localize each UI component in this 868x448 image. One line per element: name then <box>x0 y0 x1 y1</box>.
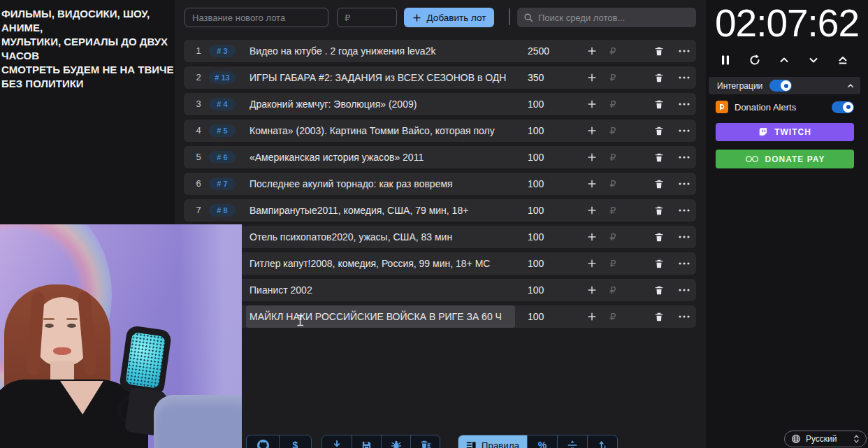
github-button[interactable] <box>247 435 279 448</box>
lot-title: ИГРЫ ГАБАРА #2: ЗАДАНИЯ из ВСЕХ СЕЗОНОВ … <box>249 66 514 89</box>
ruble-icon: ₽ <box>610 258 616 269</box>
percent-button[interactable]: % <box>527 435 557 448</box>
lot-row[interactable]: 4 # 5 Комната» (2003). Картина Томми Вай… <box>184 120 696 142</box>
lot-row[interactable]: 6 # 7 Последнее акулий торнадо: как раз … <box>184 173 696 195</box>
lot-row[interactable]: Отель психопатов2020, ужасы, США, 83 мин… <box>184 226 696 248</box>
sort-button[interactable] <box>587 435 617 448</box>
more-options-icon[interactable] <box>676 305 693 328</box>
delete-lot-button[interactable] <box>652 199 666 222</box>
add-amount-button[interactable] <box>585 252 599 275</box>
delete-lot-button[interactable] <box>652 279 666 301</box>
lot-title-cell[interactable]: Комната» (2003). Картина Томми Вайсо, ко… <box>246 120 515 142</box>
more-options-icon[interactable] <box>676 173 693 195</box>
eject-icon[interactable] <box>834 52 851 68</box>
add-amount-button[interactable] <box>585 199 599 222</box>
ruble-icon: ₽ <box>610 284 616 296</box>
add-amount-button[interactable] <box>585 146 599 168</box>
lot-row[interactable]: МАЙКЛ НАКИ РОССИЙСКИЕ ВОЙСКА В РИГЕ ЗА 6… <box>184 305 696 328</box>
more-options-icon[interactable] <box>676 120 693 142</box>
donatepay-button[interactable]: DONATE PAY <box>716 150 854 168</box>
lot-title-cell[interactable]: Видео на ютубе . 2 года унижения leva2k <box>246 40 515 62</box>
add-amount-button[interactable] <box>585 279 599 301</box>
clear-trash-icon <box>420 440 431 448</box>
search-box[interactable] <box>517 8 696 27</box>
split-amount-button[interactable] <box>557 435 587 448</box>
download-icon <box>331 440 342 448</box>
more-options-icon[interactable] <box>676 199 693 222</box>
donation-alerts-toggle[interactable] <box>832 101 854 113</box>
lot-title-cell[interactable]: Гитлер капут!2008, комедия, Россия, 99 м… <box>246 252 515 275</box>
collapse-icon[interactable] <box>846 82 855 90</box>
donatepay-label: DONATE PAY <box>765 154 825 164</box>
lot-row[interactable]: Гитлер капут!2008, комедия, Россия, 99 м… <box>184 252 696 275</box>
lot-title-cell[interactable]: Отель психопатов2020, ужасы, США, 83 мин <box>246 226 515 248</box>
new-lot-name-input[interactable] <box>185 8 328 27</box>
delete-lot-button[interactable] <box>652 66 666 89</box>
donation-alerts-label: Donation Alerts <box>735 102 796 113</box>
lot-row[interactable]: 5 # 6 «Американская история ужасов» 2011… <box>184 146 696 168</box>
add-amount-button[interactable] <box>585 93 599 115</box>
add-amount-button[interactable] <box>585 66 599 89</box>
delete-lot-button[interactable] <box>652 146 666 168</box>
lot-amount: 100 <box>528 252 544 275</box>
currency-indicator: ₽ <box>606 226 620 248</box>
integrations-header[interactable]: Интеграции <box>709 77 860 94</box>
more-options-icon[interactable] <box>676 226 693 248</box>
lot-row[interactable]: 2 # 13 ИГРЫ ГАБАРА #2: ЗАДАНИЯ из ВСЕХ С… <box>184 66 696 89</box>
language-label: Русский <box>806 434 848 444</box>
delete-lot-button[interactable] <box>652 120 666 142</box>
add-lot-button[interactable]: Добавить лот <box>404 8 494 27</box>
lot-title-cell[interactable]: Драконий жемчуг: Эволюция» (2009) <box>246 93 515 115</box>
more-options-icon[interactable] <box>676 252 693 275</box>
delete-lot-button[interactable] <box>652 252 666 275</box>
delete-lot-button[interactable] <box>652 226 666 248</box>
delete-lot-button[interactable] <box>652 40 666 62</box>
add-amount-button[interactable] <box>585 40 599 62</box>
lot-title-cell[interactable]: Вампиранутые2011, комедия, США, 79 мин, … <box>246 199 515 222</box>
new-lot-price-input[interactable] <box>337 8 397 27</box>
lot-row[interactable]: 3 # 4 Драконий жемчуг: Эволюция» (2009) … <box>184 93 696 115</box>
currency-indicator: ₽ <box>606 146 620 168</box>
add-amount-button[interactable] <box>585 173 599 195</box>
lot-title-cell[interactable]: Пианист 2002 <box>246 279 515 301</box>
search-input[interactable] <box>538 13 690 23</box>
add-amount-button[interactable] <box>585 305 599 328</box>
delete-lot-button[interactable] <box>652 93 666 115</box>
download-button[interactable] <box>322 435 352 448</box>
report-bug-button[interactable] <box>381 435 410 448</box>
integrations-toggle[interactable] <box>769 80 792 92</box>
more-options-icon[interactable] <box>676 40 693 62</box>
github-icon <box>257 440 269 448</box>
pause-icon[interactable] <box>717 52 734 68</box>
lot-title: Вампиранутые2011, комедия, США, 79 мин, … <box>249 199 514 222</box>
more-options-icon[interactable] <box>676 93 693 115</box>
add-amount-button[interactable] <box>585 120 599 142</box>
more-options-icon[interactable] <box>676 66 693 89</box>
delete-lot-button[interactable] <box>652 305 666 328</box>
more-options-icon[interactable] <box>676 279 693 301</box>
restart-timer-icon[interactable] <box>746 52 763 68</box>
add-amount-button[interactable] <box>585 226 599 248</box>
currency-indicator: ₽ <box>606 279 620 301</box>
lot-title-cell[interactable]: МАЙКЛ НАКИ РОССИЙСКИЕ ВОЙСКА В РИГЕ ЗА 6… <box>246 305 515 328</box>
lot-row[interactable]: 7 # 8 Вампиранутые2011, комедия, США, 79… <box>184 199 696 222</box>
lot-row[interactable]: 1 # 3 Видео на ютубе . 2 года унижения l… <box>184 40 696 62</box>
lot-title-cell[interactable]: ИГРЫ ГАБАРА #2: ЗАДАНИЯ из ВСЕХ СЕЗОНОВ … <box>246 66 515 89</box>
chevron-up-icon[interactable] <box>776 52 793 68</box>
save-button[interactable] <box>352 435 381 448</box>
lot-amount: 100 <box>528 305 544 328</box>
twitch-button[interactable]: TWITCH <box>716 123 854 141</box>
more-options-icon[interactable] <box>676 146 693 168</box>
lot-title-cell[interactable]: «Американская история ужасов» 2011 <box>246 146 515 168</box>
delete-lot-button[interactable] <box>652 173 666 195</box>
lot-row[interactable]: Пианист 2002 100 ₽ <box>184 279 696 301</box>
lot-title-cell[interactable]: Последнее акулий торнадо: как раз воврем… <box>246 173 515 195</box>
lot-amount: 2500 <box>528 40 549 62</box>
donate-dollar-button[interactable]: $ <box>279 435 311 448</box>
webcam-microphone <box>119 325 172 396</box>
chevron-down-icon[interactable] <box>805 52 822 68</box>
rules-button[interactable]: Правила <box>458 435 527 448</box>
language-select[interactable]: Русский <box>784 431 867 447</box>
lot-title: Драконий жемчуг: Эволюция» (2009) <box>249 93 514 115</box>
clear-lots-button[interactable] <box>410 435 440 448</box>
